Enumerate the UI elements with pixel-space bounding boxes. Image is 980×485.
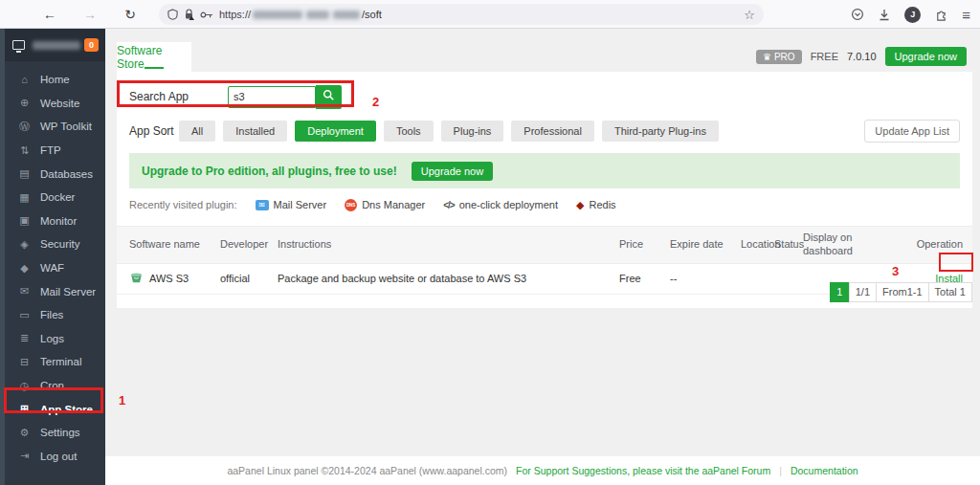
forward-icon[interactable]: → (78, 4, 101, 25)
sort-button-third-party[interactable]: Third-party Plug-ins (602, 121, 719, 142)
sidebar-item-security[interactable]: ◈Security (0, 232, 105, 256)
menu-hamburger-icon[interactable]: ≡ (962, 7, 970, 23)
col-expire-date: Expire date (668, 227, 739, 264)
page-range[interactable]: From1-1 (876, 282, 929, 302)
page-button-1[interactable]: 1 (830, 282, 850, 302)
address-bar[interactable]: https:// /soft ☆ (159, 4, 764, 25)
sort-button-plugins[interactable]: Plug-ins (441, 121, 504, 142)
recently-visited-row: Recently visited plugin: ✉ Mail Server D… (129, 197, 616, 212)
sidebar-item-label: Security (40, 238, 80, 250)
server-logo: 0 (0, 29, 105, 61)
url-redacted-segment (306, 11, 329, 19)
ftp-icon: ⇅ (18, 144, 31, 157)
lock-warning-icon[interactable] (184, 9, 194, 20)
footer-forum-link[interactable]: For Support Suggestions, please visit th… (516, 465, 770, 476)
sidebar-item-label: App Store (40, 404, 93, 415)
sidebar-item-label: Monitor (40, 215, 77, 227)
table-header-row: Software name Developer Instructions Pri… (117, 227, 972, 264)
home-icon: ⌂ (18, 74, 31, 85)
col-price: Price (617, 227, 668, 264)
recently-visited-label: Recently visited plugin: (129, 199, 237, 210)
sort-button-all[interactable]: All (179, 121, 215, 142)
search-input[interactable] (228, 86, 316, 108)
app-grid-icon: ⊞ (18, 403, 31, 415)
recent-plugin-dns-manager[interactable]: DNS Dns Manager (345, 199, 425, 211)
downloads-icon[interactable] (879, 9, 890, 21)
tab-software-store[interactable]: Software Store (117, 42, 191, 72)
annotation-number-3: 3 (892, 264, 899, 278)
sort-button-professional[interactable]: Professional (511, 121, 594, 142)
sidebar-menu: ⌂Home ⊕Website ⓌWP Toolkit ⇅FTP ▤Databas… (0, 68, 105, 468)
profile-avatar[interactable]: J (904, 7, 921, 23)
sort-button-installed[interactable]: Installed (223, 121, 287, 142)
sidebar-item-monitor[interactable]: ▣Monitor (0, 209, 105, 233)
refresh-icon[interactable]: ↻ (119, 4, 142, 25)
website-icon: ⊕ (18, 97, 31, 109)
upgrade-now-button[interactable]: Upgrade now (885, 47, 967, 66)
recent-plugin-one-click-deployment[interactable]: </> one-click deployment (443, 199, 558, 210)
back-icon[interactable]: ← (38, 4, 61, 25)
pagination: 1 1/1 From1-1 Total 1 (831, 282, 972, 302)
url-scheme: https:// (219, 9, 251, 20)
key-icon[interactable] (200, 11, 213, 19)
sidebar-item-wp-toolkit[interactable]: ⓌWP Toolkit (0, 115, 105, 139)
sidebar-item-website[interactable]: ⊕Website (0, 92, 105, 116)
sidebar-item-waf[interactable]: ◆WAF (0, 256, 105, 280)
software-expire: -- (668, 263, 739, 294)
sidebar-item-mail-server[interactable]: ✉Mail Server (0, 279, 105, 303)
sidebar-item-ftp[interactable]: ⇅FTP (0, 139, 105, 163)
sidebar-item-cron[interactable]: ◷Cron (0, 374, 105, 398)
recent-plugin-redis[interactable]: ◆ Redis (576, 199, 616, 211)
sort-button-deployment[interactable]: Deployment (295, 121, 376, 142)
monitor-logo-icon (12, 40, 25, 50)
folder-icon: ▭ (18, 309, 31, 321)
sidebar-item-label: FTP (40, 144, 61, 156)
page-total: Total 1 (928, 282, 972, 302)
code-brackets-icon: </> (443, 200, 454, 210)
annotation-number-1: 1 (119, 393, 125, 408)
app-sort-label: App Sort (129, 124, 179, 138)
sidebar-item-terminal[interactable]: ⊟Terminal (0, 350, 105, 374)
pro-badge: ♛PRO (756, 50, 802, 64)
sidebar-item-label: WAF (40, 262, 64, 274)
dns-manager-icon: DNS (345, 199, 357, 211)
recent-plugin-mail-server[interactable]: ✉ Mail Server (256, 199, 327, 210)
shield-icon[interactable] (167, 9, 178, 20)
mail-icon: ✉ (18, 285, 31, 298)
notification-badge[interactable]: 0 (84, 38, 99, 52)
security-shield-icon: ◈ (18, 238, 31, 251)
banner-upgrade-button[interactable]: Upgrade now (412, 162, 493, 181)
footer: aaPanel Linux panel ©2014-2024 aaPanel (… (105, 456, 980, 485)
sidebar-item-databases[interactable]: ▤Databases (0, 162, 105, 186)
sidebar-item-label: Mail Server (40, 286, 96, 298)
search-button[interactable] (316, 85, 342, 109)
recent-plugin-label: Mail Server (274, 199, 327, 210)
recent-plugin-label: Dns Manager (362, 199, 425, 210)
sidebar-item-files[interactable]: ▭Files (0, 303, 105, 327)
aws-s3-bucket-icon (129, 271, 144, 287)
pocket-icon[interactable] (851, 8, 864, 21)
search-icon (323, 89, 335, 104)
sidebar-item-label: Cron (40, 380, 64, 391)
sidebar-item-label: Log out (40, 451, 77, 462)
sidebar-item-log-out[interactable]: ⇥Log out (0, 445, 105, 469)
sidebar-item-docker[interactable]: ▦Docker (0, 186, 105, 209)
extensions-puzzle-icon[interactable] (935, 9, 947, 21)
update-app-list-button[interactable]: Update App List (864, 120, 960, 143)
sort-button-tools[interactable]: Tools (384, 121, 434, 142)
sidebar-item-label: Docker (40, 191, 75, 203)
sidebar: 0 ⌂Home ⊕Website ⓌWP Toolkit ⇅FTP ▤Datab… (0, 29, 105, 485)
clock-icon: ◷ (18, 380, 31, 392)
sidebar-item-app-store[interactable]: ⊞App Store (0, 397, 105, 421)
sidebar-item-home[interactable]: ⌂Home (0, 68, 105, 92)
col-location: Location (739, 227, 772, 264)
bookmark-star-icon[interactable]: ☆ (744, 8, 755, 22)
monitor-icon: ▣ (18, 214, 31, 227)
col-developer: Developer (218, 227, 276, 264)
col-display-on-dashboard: Display on dashboard (801, 227, 866, 264)
sidebar-item-logs[interactable]: ≣Logs (0, 327, 105, 351)
footer-docs-link[interactable]: Documentation (791, 465, 858, 476)
sidebar-item-settings[interactable]: ⚙Settings (0, 421, 105, 445)
wordpress-icon: Ⓦ (18, 120, 31, 134)
page-count[interactable]: 1/1 (849, 282, 877, 302)
